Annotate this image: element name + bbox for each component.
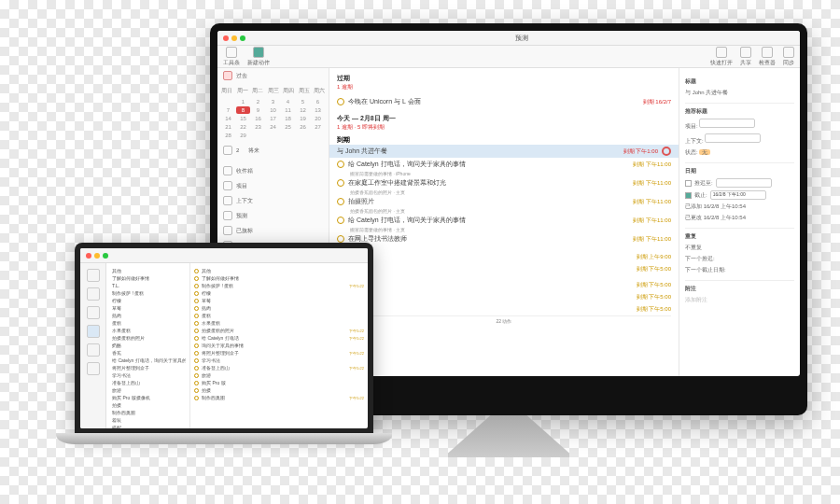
checkbox-icon[interactable] xyxy=(194,314,199,318)
checkbox-icon[interactable] xyxy=(337,179,344,187)
cal-days[interactable]: 1234567891011121314151617181920212223242… xyxy=(221,98,325,139)
checkbox-icon[interactable] xyxy=(337,217,344,224)
sidebar-nav-item[interactable]: 上下文 xyxy=(217,193,329,208)
project-item[interactable]: 草莓 xyxy=(110,304,186,312)
status-field[interactable]: 状态: 无 xyxy=(685,148,794,157)
minimize-icon[interactable] xyxy=(231,35,237,41)
close-icon[interactable] xyxy=(86,253,91,259)
task-row[interactable]: 给 Catelyn 打电话，询问关于家具的事情到期 下午11:00 xyxy=(337,214,671,227)
checkbox-icon[interactable] xyxy=(337,161,344,168)
zoom-icon[interactable] xyxy=(240,35,245,41)
task-row[interactable]: 蛋糕 xyxy=(194,312,364,319)
checkbox-icon[interactable] xyxy=(194,269,199,273)
checkbox-icon[interactable] xyxy=(194,306,199,311)
new-action-button[interactable]: 新建动作 xyxy=(247,47,270,67)
task-row[interactable]: 其他 xyxy=(194,267,364,274)
laptop-titlebar[interactable] xyxy=(80,248,368,263)
project-item[interactable]: 购买 Pro 版摄像机 xyxy=(110,394,186,401)
mini-calendar[interactable]: 周日周一周二周三周四周五周六 1234567891011121314151617… xyxy=(217,83,329,143)
due-field[interactable]: 截止:16/2/8 下午1:00 xyxy=(685,190,794,200)
project-item[interactable]: 搭配 xyxy=(110,424,186,428)
sidebar-nav-item[interactable]: 收件箱 xyxy=(217,163,329,178)
task-row[interactable]: 给 Catelyn 打电话，询问关于家具的事情到期 下午11:00 xyxy=(337,158,671,171)
sidebar-future[interactable]: 2 将来 xyxy=(217,143,329,158)
checkbox-icon[interactable] xyxy=(194,396,199,400)
sidebar-past[interactable]: 过去 xyxy=(217,68,329,83)
quickopen-button[interactable]: 快速打开 xyxy=(710,47,733,67)
checkbox-icon[interactable] xyxy=(194,284,199,288)
checkbox-icon[interactable] xyxy=(685,192,692,199)
task-row[interactable]: 制作西奥图下午5:22 xyxy=(194,394,364,401)
project-item[interactable]: 香蕉 xyxy=(110,349,186,357)
task-row[interactable]: 熟肉 xyxy=(194,304,364,312)
task-row[interactable]: 学习书法 xyxy=(194,357,364,364)
project-item[interactable]: 制作披萨 ! 蛋糕 xyxy=(110,289,186,297)
flagged-icon[interactable] xyxy=(87,343,100,357)
task-row[interactable]: 草莓 xyxy=(194,297,364,304)
task-row[interactable]: 准备登上西山下午5:22 xyxy=(194,364,364,371)
sync-button[interactable]: 同步 xyxy=(783,47,794,67)
task-row[interactable]: 拍摄蛋糕的照片下午5:22 xyxy=(194,327,364,334)
checkbox-icon[interactable] xyxy=(194,366,199,371)
project-item[interactable]: 柠檬 xyxy=(110,297,186,304)
close-icon[interactable] xyxy=(223,35,229,41)
project-item[interactable]: 水果蛋糕 xyxy=(110,327,186,334)
task-row[interactable]: 制作披萨 ! 蛋糕下午5:22 xyxy=(194,282,364,289)
task-row-selected[interactable]: 与 John 共进午餐 到期 下午1:00 xyxy=(329,145,679,158)
checkbox-icon[interactable] xyxy=(337,98,344,105)
project-item[interactable]: 拍摄蛋糕的照片 xyxy=(110,334,186,342)
projects-icon[interactable] xyxy=(87,287,100,301)
checkbox-icon[interactable] xyxy=(194,329,199,333)
sidebar-nav-item[interactable]: 项目 xyxy=(217,178,329,193)
task-row[interactable]: 在家庭工作室中搭建背景幕和灯光到期 下午11:00 xyxy=(337,176,671,189)
project-item[interactable]: 给 Catelyn 打电话，询问关于家具的事情 xyxy=(110,357,186,364)
project-item[interactable]: T.L. xyxy=(110,282,186,289)
task-row[interactable]: 水果蛋糕 xyxy=(194,319,364,327)
forecast-icon[interactable] xyxy=(87,325,100,338)
task-row[interactable]: 今晚在 Unicorn 与 L 会面 到期 16/2/7 xyxy=(337,95,671,108)
task-row[interactable]: 将照片整理到盒子下午5:22 xyxy=(194,349,364,357)
project-item[interactable]: 制作西奥图 xyxy=(110,409,186,416)
project-item[interactable]: 准备登上西山 xyxy=(110,379,186,386)
checkbox-icon[interactable] xyxy=(194,343,199,348)
project-item[interactable]: 拍摄 xyxy=(110,401,186,409)
checkbox-icon[interactable] xyxy=(194,299,199,303)
task-row[interactable]: 给 Catelyn 打电话下午5:22 xyxy=(194,334,364,342)
context-field[interactable]: 上下文: xyxy=(685,133,794,146)
sidebar-nav-item[interactable]: 已旗标 xyxy=(217,223,329,238)
checkbox-icon[interactable] xyxy=(194,351,199,356)
task-row[interactable]: 了解如何做好事情 xyxy=(194,274,364,282)
project-item[interactable]: 着装 xyxy=(110,416,186,424)
project-field[interactable]: 项目: xyxy=(685,119,794,131)
checkbox-icon[interactable] xyxy=(194,373,199,378)
share-button[interactable]: 共享 xyxy=(740,47,751,67)
sidebar-nav-item[interactable]: 预测 xyxy=(217,208,329,223)
project-item[interactable]: 奶酪 xyxy=(110,342,186,349)
inspector-button[interactable]: 检查器 xyxy=(759,47,776,67)
task-row[interactable]: 询问关于家具的事情 xyxy=(194,342,364,349)
checkbox-icon[interactable] xyxy=(337,198,344,205)
checkbox-icon[interactable] xyxy=(194,276,199,281)
inbox-icon[interactable] xyxy=(87,269,100,282)
checkbox-icon[interactable] xyxy=(194,321,199,326)
window-titlebar[interactable]: 预测 xyxy=(217,31,800,46)
note-field[interactable]: 添加附注 xyxy=(685,296,794,304)
project-item[interactable]: 将照片整理到盒子 xyxy=(110,364,186,371)
project-item[interactable]: 了解如何做好事情 xyxy=(110,274,186,282)
project-item[interactable]: 蛋糕 xyxy=(110,319,186,327)
minimize-icon[interactable] xyxy=(94,253,100,259)
checkbox-icon[interactable] xyxy=(685,180,692,187)
checkbox-icon[interactable] xyxy=(194,358,199,363)
checkbox-icon[interactable] xyxy=(194,388,199,393)
task-row[interactable]: 购买 Pro 版 xyxy=(194,379,364,386)
project-item[interactable]: 熟肉 xyxy=(110,312,186,319)
task-row[interactable]: 拍摄 xyxy=(194,386,364,394)
inspector-title-value[interactable]: 与 John 共进午餐 xyxy=(685,89,794,97)
project-item[interactable]: 其他 xyxy=(110,267,186,274)
task-row[interactable]: 柠檬 xyxy=(194,289,364,297)
zoom-icon[interactable] xyxy=(103,253,108,259)
project-item[interactable]: 旅游 xyxy=(110,386,186,394)
toolbar-button[interactable]: 工具条 xyxy=(223,47,240,67)
task-row[interactable]: 拍摄照片到期 下午11:00 xyxy=(337,195,671,208)
defer-field[interactable]: 推迟至: xyxy=(685,178,794,188)
